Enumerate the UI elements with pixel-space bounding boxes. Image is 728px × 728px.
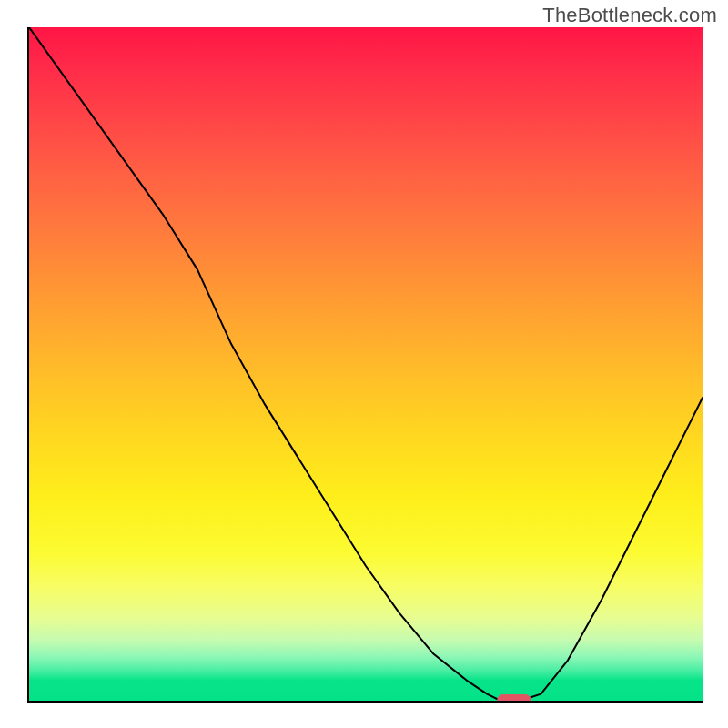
optimum-marker: [497, 694, 531, 703]
attribution-label: TheBottleneck.com: [542, 4, 717, 27]
bottleneck-chart: TheBottleneck.com: [0, 0, 728, 728]
curve-svg: [29, 27, 703, 701]
plot-area: [27, 27, 703, 703]
curve-path: [29, 27, 703, 701]
